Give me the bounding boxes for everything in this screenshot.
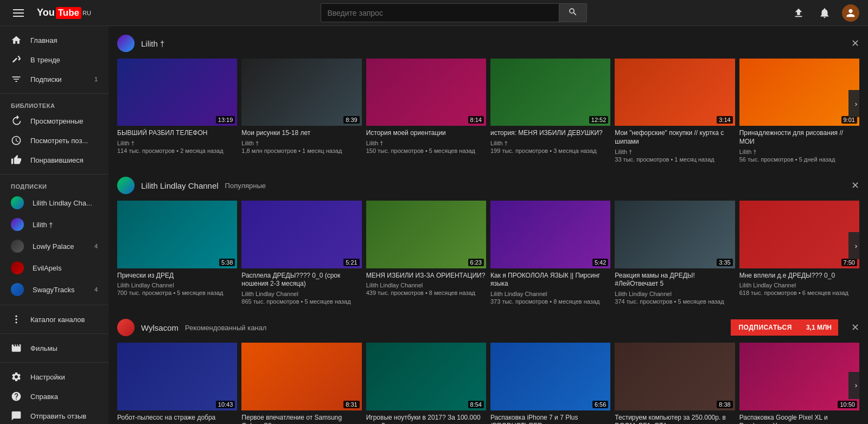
video-card[interactable]: 10:50Распаковка Google Pixel XL и Daydre…	[739, 343, 859, 424]
section-close-0[interactable]: ✕	[851, 38, 859, 48]
video-card[interactable]: 5:42Как я ПРОКОЛОЛА ЯЗЫК || Пирсинг язык…	[490, 201, 610, 306]
video-card[interactable]: 5:38Прически из ДРЕДLilith Lindlay Chann…	[117, 201, 237, 306]
video-title: Игровые ноутбуки в 2017? За 100.000 норм…	[366, 414, 486, 424]
video-card[interactable]: 8:38Тестируем компьютер за 250.000р. в D…	[615, 343, 735, 424]
trending-icon	[11, 54, 22, 65]
video-meta: 865 тыс. просмотров • 5 месяцев назад	[241, 297, 361, 306]
video-card[interactable]: 6:23МЕНЯ ИЗБИЛИ ИЗ-ЗА ОРИЕНТАЦИИ?Lilith …	[366, 201, 486, 306]
subscribe-button-2[interactable]: ПОДПИСАТЬСЯ	[731, 319, 799, 336]
video-card[interactable]: 3:35Реакция мамы на ДРЕДЫ! #ЛейОтвечает …	[615, 201, 735, 306]
video-card[interactable]: 6:56Распаковка iPhone 7 и 7 Plus (PRODUC…	[490, 343, 610, 424]
sidebar-item-settings[interactable]: Настройки	[0, 367, 108, 387]
sidebar-history-label: Просмотренные	[30, 117, 84, 125]
sidebar-trending-label: В тренде	[30, 56, 60, 64]
section-header-1: Lilith Lindlay ChannelПопулярные✕	[117, 177, 859, 194]
video-card[interactable]: 8:39Мои рисунки 15-18 летLilith †1,8 млн…	[241, 59, 361, 164]
section-subtitle-1: Популярные	[225, 182, 266, 190]
video-channel[interactable]: Lilith †	[739, 149, 859, 155]
video-info: Мне вплели д.е ДРЕДЫ??? 0_0Lilith Lindla…	[739, 268, 859, 298]
video-title: Прически из ДРЕД	[117, 272, 237, 280]
video-info: Распаковка Google Pixel XL и Daydream. Ч…	[739, 410, 859, 424]
subscriptions-icon	[11, 74, 22, 85]
sidebar-item-catalog[interactable]: Каталог каналов	[0, 310, 108, 329]
video-card[interactable]: 13:19БЫВШИЙ РАЗБИЛ ТЕЛЕФОНLilith †114 ты…	[117, 59, 237, 164]
video-channel[interactable]: Lilith †	[366, 140, 486, 146]
sub-label-evil: EvilApels	[33, 264, 61, 272]
video-title: Принадлежности для рисования // МОИ	[739, 129, 859, 146]
video-title: Мне вплели д.е ДРЕДЫ??? 0_0	[739, 272, 859, 280]
next-videos-button[interactable]: ›	[848, 90, 859, 117]
video-meta: 1,8 млн просмотров • 1 месяц назад	[241, 146, 361, 156]
sidebar-item-liked[interactable]: Понравившиеся	[0, 150, 108, 170]
video-title: Мои рисунки 15-18 лет	[241, 129, 361, 138]
video-channel[interactable]: Lilith †	[490, 140, 610, 146]
video-channel[interactable]: Lilith †	[117, 140, 237, 146]
sidebar-item-subscriptions[interactable]: Подписки 1	[0, 69, 108, 89]
video-channel[interactable]: Lilith Lindlay Channel	[366, 282, 486, 288]
sidebar-item-home[interactable]: Главная	[0, 30, 108, 50]
search-input[interactable]	[321, 3, 559, 22]
video-channel[interactable]: Lilith Lindlay Channel	[117, 282, 237, 288]
sub-label-swagy: SwagyTracks	[33, 286, 75, 294]
video-channel[interactable]: Lilith Lindlay Channel	[241, 291, 361, 297]
section-close-1[interactable]: ✕	[851, 181, 859, 190]
video-duration: 3:14	[717, 116, 732, 124]
video-card[interactable]: 3:14Мои "нефорские" покупки // куртка с …	[615, 59, 735, 164]
sidebar-item-lowly-palace[interactable]: Lowly Palace 4	[0, 235, 108, 257]
section-avatar-2[interactable]	[117, 319, 135, 336]
video-meta: 150 тыс. просмотров • 5 месяцев назад	[366, 146, 486, 156]
section-avatar-0[interactable]	[117, 35, 135, 52]
app-body: Главная В тренде Подписки 1 БИБЛИОТЕКА П…	[0, 26, 868, 424]
video-card[interactable]: 8:31Первое впечатление от Samsung Galaxy…	[241, 343, 361, 424]
sidebar-item-history[interactable]: Просмотренные	[0, 111, 108, 131]
sidebar-item-movies[interactable]: Фильмы	[0, 338, 108, 358]
video-thumbnail: 6:23	[366, 201, 486, 268]
video-channel[interactable]: Lilith †	[241, 140, 361, 146]
video-duration: 10:43	[216, 401, 235, 408]
video-card[interactable]: 9:01Принадлежности для рисования // МОИL…	[739, 59, 859, 164]
sidebar-item-lilith-dagger[interactable]: Lilith †	[0, 214, 108, 235]
video-duration: 6:56	[592, 401, 608, 408]
sub-badge-lowly: 4	[94, 243, 98, 249]
sidebar-item-help[interactable]: Справка	[0, 387, 108, 406]
video-thumbnail: 5:42	[490, 201, 610, 268]
section-close-2[interactable]: ✕	[851, 323, 859, 332]
video-channel[interactable]: Lilith Lindlay Channel	[490, 291, 610, 297]
sidebar-item-evil-apels[interactable]: EvilApels	[0, 257, 108, 279]
menu-icon[interactable]	[9, 5, 28, 21]
video-channel[interactable]: Lilith Lindlay Channel	[739, 282, 859, 288]
history-icon	[11, 115, 22, 126]
video-channel[interactable]: Lilith †	[615, 149, 735, 155]
section-channel-0[interactable]: Lilith †	[141, 39, 164, 48]
logo[interactable]: You Tube RU	[37, 7, 91, 19]
video-title: История моей ориентации	[366, 129, 486, 138]
video-thumbnail: 8:38	[615, 343, 735, 410]
next-videos-button[interactable]: ›	[848, 372, 859, 399]
video-card[interactable]: 12:52история: МЕНЯ ИЗБИЛИ ДЕВУШКИ?Lilith…	[490, 59, 610, 164]
video-info: история: МЕНЯ ИЗБИЛИ ДЕВУШКИ?Lilith †199…	[490, 126, 610, 155]
search-button[interactable]	[559, 3, 587, 22]
section-avatar-1[interactable]	[117, 177, 135, 194]
section-channel-2[interactable]: Wylsacom	[141, 323, 178, 332]
next-videos-button[interactable]: ›	[848, 232, 859, 259]
section-channel-1[interactable]: Lilith Lindlay Channel	[141, 181, 219, 190]
video-duration: 9:01	[841, 116, 857, 124]
avatar[interactable]	[842, 4, 859, 22]
sidebar-item-feedback[interactable]: Отправить отзыв	[0, 406, 108, 424]
sidebar-item-lilith-lindlay[interactable]: Lilith Lindlay Cha...	[0, 192, 108, 214]
sidebar-item-watchlater[interactable]: Посмотреть поз...	[0, 131, 108, 150]
upload-button[interactable]	[790, 4, 807, 22]
sidebar-item-trending[interactable]: В тренде	[0, 50, 108, 69]
video-thumbnail: 8:54	[366, 343, 486, 410]
section-subtitle-2: Рекомендованный канал	[185, 324, 266, 332]
video-card[interactable]: 8:14История моей ориентацииLilith †150 т…	[366, 59, 486, 164]
sidebar-item-swagy[interactable]: SwagyTracks 4	[0, 279, 108, 300]
video-card[interactable]: 8:54Игровые ноутбуки в 2017? За 100.000 …	[366, 343, 486, 424]
video-card[interactable]: 10:43Робот-пылесос на страже добраWylsac…	[117, 343, 237, 424]
upload-icon	[793, 7, 805, 19]
video-channel[interactable]: Lilith Lindlay Channel	[615, 291, 735, 297]
video-card[interactable]: 7:50Мне вплели д.е ДРЕДЫ??? 0_0Lilith Li…	[739, 201, 859, 306]
video-card[interactable]: 5:21Расплела ДРЕДЫ???? 0_0 (срок ношения…	[241, 201, 361, 306]
notifications-button[interactable]	[816, 4, 833, 22]
video-thumbnail: 8:31	[241, 343, 361, 410]
